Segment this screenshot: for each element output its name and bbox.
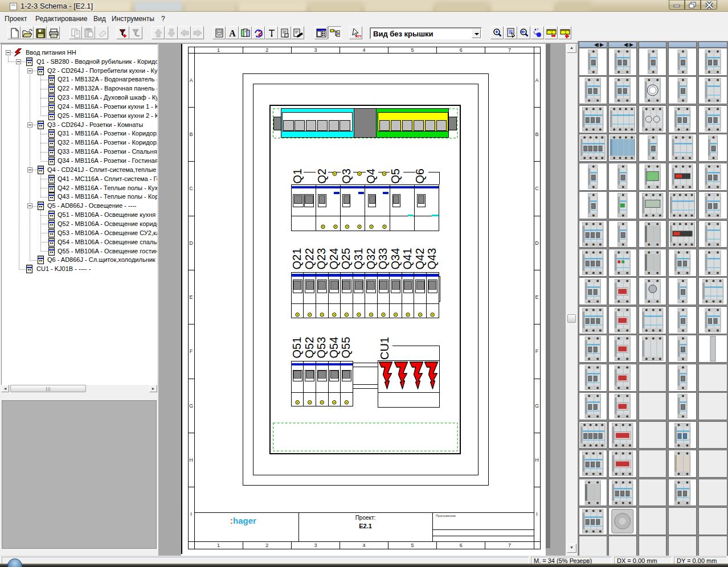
svg-text:Q41: Q41 [401, 248, 414, 270]
svg-text:Q53: Q53 [315, 337, 328, 359]
svg-text:I: I [190, 511, 192, 517]
svg-text:H: H [535, 457, 539, 463]
svg-text:Q34: Q34 [389, 248, 402, 270]
svg-text:F: F [190, 348, 193, 354]
svg-text:B: B [535, 132, 538, 137]
svg-text:Q31: Q31 [352, 248, 365, 270]
svg-text:G: G [535, 403, 539, 409]
svg-text:Q1: Q1 [291, 169, 304, 184]
svg-text:5: 5 [411, 543, 414, 548]
svg-text:A: A [535, 77, 538, 83]
svg-text:6: 6 [460, 543, 463, 548]
svg-text:Приложение: Приложение [436, 514, 456, 517]
svg-text:E: E [535, 294, 538, 300]
svg-text:D: D [189, 240, 193, 246]
svg-text:CU1: CU1 [378, 337, 391, 360]
svg-text:I: I [536, 511, 538, 517]
svg-text:C: C [189, 186, 193, 191]
svg-text:Q55: Q55 [340, 337, 352, 359]
svg-text:A: A [189, 77, 193, 83]
svg-text:C: C [535, 186, 539, 191]
svg-text:B: B [189, 132, 193, 137]
svg-text:E: E [189, 294, 193, 300]
svg-text:A: A [229, 28, 236, 38]
svg-text:Q32: Q32 [365, 248, 377, 270]
svg-text:6: 6 [460, 47, 463, 53]
svg-text:7: 7 [508, 543, 511, 548]
svg-text:Q6: Q6 [414, 169, 426, 184]
svg-text::hager: :hager [230, 516, 256, 525]
svg-text:Q42: Q42 [414, 248, 426, 270]
svg-text:Q22: Q22 [303, 248, 316, 270]
svg-text:Q54: Q54 [328, 337, 340, 359]
svg-text:Q24: Q24 [328, 248, 340, 270]
svg-text:Q52: Q52 [303, 337, 316, 359]
svg-text:3: 3 [314, 543, 317, 548]
svg-text:Q5: Q5 [389, 169, 402, 184]
svg-text:5: 5 [411, 47, 414, 53]
svg-text:7: 7 [508, 47, 511, 53]
svg-text:D: D [535, 240, 539, 246]
svg-text:Q21: Q21 [291, 248, 303, 270]
svg-text:Q25: Q25 [340, 248, 352, 270]
svg-text:ATT: ATT [355, 35, 361, 38]
svg-text:H: H [189, 457, 193, 463]
svg-text:Q43: Q43 [426, 248, 438, 270]
svg-text:Q51: Q51 [291, 337, 303, 359]
svg-text:Проект:: Проект: [355, 515, 376, 521]
svg-text:Q33: Q33 [377, 248, 389, 270]
svg-text:1: 1 [217, 47, 220, 53]
svg-text:4: 4 [362, 47, 365, 53]
svg-text:3: 3 [314, 47, 317, 53]
svg-text:Q4: Q4 [365, 169, 377, 184]
svg-text:1: 1 [217, 543, 220, 548]
svg-text:G: G [189, 403, 193, 409]
svg-text:2: 2 [265, 543, 268, 548]
svg-text:4: 4 [362, 543, 365, 548]
svg-text:F: F [535, 348, 539, 354]
svg-text:Q2: Q2 [316, 169, 328, 184]
svg-text:Q23: Q23 [315, 248, 328, 270]
svg-text:E2.1: E2.1 [359, 523, 372, 529]
svg-text:2: 2 [265, 47, 268, 53]
svg-text:Q3: Q3 [340, 169, 353, 184]
